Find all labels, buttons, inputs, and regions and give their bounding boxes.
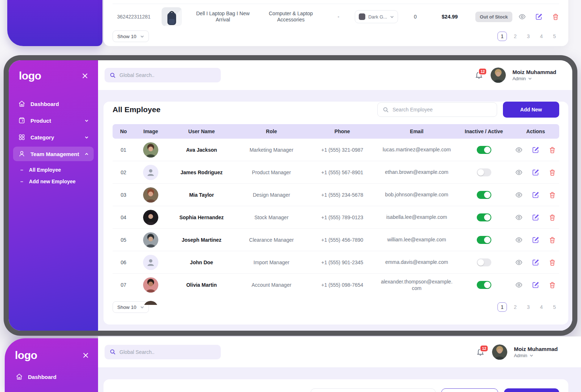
topbar: 12 Moiz Muhammad Admin: [98, 336, 581, 367]
row-user-name: Ava Jackson: [167, 147, 236, 153]
delete-icon[interactable]: [549, 146, 556, 154]
employee-row: 02 James Rodriguez Product Manager +1 (5…: [113, 161, 559, 184]
active-toggle[interactable]: [477, 281, 491, 289]
sidebar-item-team-management[interactable]: Team Management: [13, 147, 94, 161]
row-phone: +1 (555) 567-8901: [307, 170, 378, 175]
all-employee-card: All Employee Add New No Image Us: [103, 102, 568, 324]
page-button-5[interactable]: 5: [550, 32, 559, 41]
row-toggle-cell: [456, 258, 512, 266]
edit-icon[interactable]: [535, 13, 543, 20]
page-button-3[interactable]: 3: [524, 32, 533, 41]
employee-search[interactable]: [377, 102, 497, 117]
partial-search-input[interactable]: [310, 388, 436, 392]
notification-badge: 12: [478, 68, 487, 75]
notifications[interactable]: 12: [476, 347, 485, 357]
user-role-dropdown[interactable]: Admin: [512, 76, 556, 81]
user-avatar[interactable]: [492, 344, 507, 360]
chevron-down-icon: [85, 119, 89, 123]
edit-icon[interactable]: [532, 236, 539, 244]
edit-icon[interactable]: [532, 146, 539, 154]
active-toggle[interactable]: [477, 213, 491, 221]
close-sidebar-icon[interactable]: [82, 352, 89, 359]
edit-icon[interactable]: [532, 214, 539, 221]
user-role: Admin: [514, 353, 527, 358]
app-window-frame: logo Dashboard Product Categ: [4, 55, 577, 336]
delete-icon[interactable]: [549, 169, 556, 176]
page-button-1[interactable]: 1: [497, 32, 507, 41]
global-search[interactable]: [105, 345, 221, 359]
view-icon[interactable]: [515, 146, 523, 154]
row-actions: [512, 214, 559, 221]
delete-icon[interactable]: [549, 214, 556, 221]
sidebar-item-product[interactable]: Product: [13, 113, 94, 128]
page-button-5[interactable]: 5: [550, 302, 559, 312]
delete-icon[interactable]: [549, 281, 556, 289]
chevron-down-icon: [390, 15, 394, 19]
product-table-footer: Show 10 1 2 3 4 5: [113, 30, 559, 42]
row-no: 05: [113, 237, 134, 243]
sidebar-item-category[interactable]: Category: [13, 130, 94, 144]
user-cluster: 12 Moiz Muhammad Admin: [476, 344, 558, 360]
active-toggle[interactable]: [477, 191, 491, 199]
column-inactive-active: Inactive / Active: [456, 128, 512, 134]
view-icon[interactable]: [515, 281, 523, 289]
partial-primary-button[interactable]: [504, 388, 559, 392]
color-select[interactable]: Dark G...: [355, 10, 398, 23]
edit-icon[interactable]: [532, 281, 539, 289]
notifications[interactable]: 12: [475, 70, 484, 80]
delete-icon[interactable]: [552, 13, 559, 20]
page-button-2[interactable]: 2: [511, 302, 520, 312]
active-toggle[interactable]: [477, 168, 491, 176]
view-icon[interactable]: [515, 236, 523, 244]
page-button-4[interactable]: 4: [537, 32, 546, 41]
row-image-cell: [134, 142, 167, 158]
row-phone: +1 (555) 456-7890: [307, 237, 378, 243]
edit-icon[interactable]: [532, 259, 539, 266]
employee-row: 03 Mia Taylor Design Manager +1 (555) 23…: [113, 184, 559, 206]
page-button-3[interactable]: 3: [524, 302, 533, 312]
card-header: All Employee Add New: [113, 102, 559, 118]
delete-icon[interactable]: [549, 191, 556, 199]
next-row-avatar-partial: [143, 301, 158, 305]
delete-icon[interactable]: [549, 259, 556, 266]
page-button-1[interactable]: 1: [497, 302, 507, 312]
row-role: Design Manager: [236, 192, 307, 198]
table-header: No Image User Name Role Phone Email Inac…: [113, 124, 559, 139]
active-toggle[interactable]: [477, 258, 491, 266]
active-toggle[interactable]: [477, 146, 491, 154]
view-icon[interactable]: [519, 13, 526, 20]
sidebar-item-dashboard[interactable]: Dashboard: [15, 369, 89, 384]
row-phone: +1 (555) 321-0987: [307, 147, 378, 153]
global-search-input[interactable]: [119, 349, 216, 355]
page-button-2[interactable]: 2: [511, 32, 520, 41]
view-icon[interactable]: [515, 169, 523, 176]
employee-avatar: [143, 210, 158, 225]
show-entries-select[interactable]: Show 10: [113, 30, 149, 42]
view-icon[interactable]: [515, 259, 523, 266]
edit-icon[interactable]: [532, 169, 539, 176]
global-search[interactable]: [105, 68, 221, 82]
view-icon[interactable]: [515, 191, 523, 199]
sidebar-item-dashboard[interactable]: Dashboard: [13, 97, 94, 111]
view-icon[interactable]: [515, 214, 523, 221]
row-actions: [512, 169, 559, 176]
employee-search-input[interactable]: [393, 107, 492, 113]
row-image-cell: [134, 210, 167, 225]
active-toggle[interactable]: [477, 236, 491, 244]
delete-icon[interactable]: [549, 236, 556, 244]
partial-outline-button[interactable]: [441, 388, 498, 392]
edit-icon[interactable]: [532, 191, 539, 199]
global-search-input[interactable]: [119, 72, 216, 78]
page-button-4[interactable]: 4: [537, 302, 546, 312]
row-actions: [512, 281, 559, 289]
close-sidebar-icon[interactable]: [81, 72, 89, 79]
sidebar-subitem-all-employee[interactable]: – All Employee: [20, 167, 94, 173]
search-icon: [110, 72, 116, 78]
row-email: alexander.thompson@example.com: [378, 278, 456, 291]
product-thumbnail: [162, 7, 182, 26]
sidebar-subitem-add-new-employee[interactable]: – Add new Employee: [20, 179, 94, 184]
sidebar: logo Dashboard Product Categ: [9, 60, 98, 331]
user-avatar[interactable]: [491, 68, 506, 83]
user-role-dropdown[interactable]: Admin: [514, 353, 558, 358]
add-new-button[interactable]: Add New: [503, 102, 559, 118]
